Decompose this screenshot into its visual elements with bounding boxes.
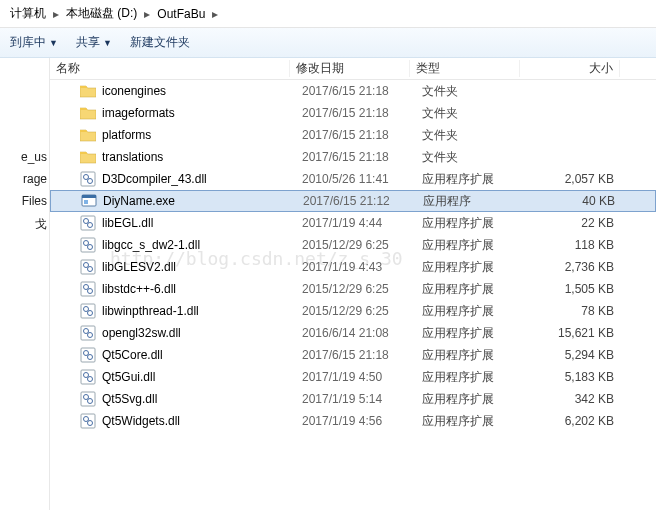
file-size: 5,183 KB [532, 370, 632, 384]
file-name: imageformats [102, 106, 302, 120]
file-type: 应用程序扩展 [422, 369, 532, 386]
file-type: 文件夹 [422, 149, 532, 166]
dll-icon [80, 303, 96, 319]
file-name: libstdc++-6.dll [102, 282, 302, 296]
file-size: 15,621 KB [532, 326, 632, 340]
file-date: 2017/6/15 21:12 [303, 194, 423, 208]
file-name: opengl32sw.dll [102, 326, 302, 340]
file-type: 文件夹 [422, 127, 532, 144]
file-name: iconengines [102, 84, 302, 98]
file-row[interactable]: libEGL.dll2017/1/19 4:44应用程序扩展22 KB [50, 212, 656, 234]
file-row[interactable]: libgcc_s_dw2-1.dll2015/12/29 6:25应用程序扩展1… [50, 234, 656, 256]
chevron-right-icon[interactable]: ▸ [141, 7, 153, 21]
column-header-name[interactable]: 名称 [50, 60, 290, 77]
file-type: 应用程序扩展 [422, 325, 532, 342]
file-name: libgcc_s_dw2-1.dll [102, 238, 302, 252]
file-date: 2016/6/14 21:08 [302, 326, 422, 340]
file-row[interactable]: libwinpthread-1.dll2015/12/29 6:25应用程序扩展… [50, 300, 656, 322]
file-row[interactable]: Qt5Gui.dll2017/1/19 4:50应用程序扩展5,183 KB [50, 366, 656, 388]
file-size: 5,294 KB [532, 348, 632, 362]
crumb-computer[interactable]: 计算机 [6, 5, 50, 22]
file-date: 2015/12/29 6:25 [302, 238, 422, 252]
file-type: 应用程序扩展 [422, 259, 532, 276]
file-name: Qt5Svg.dll [102, 392, 302, 406]
file-row[interactable]: opengl32sw.dll2016/6/14 21:08应用程序扩展15,62… [50, 322, 656, 344]
file-name: libEGL.dll [102, 216, 302, 230]
file-name: platforms [102, 128, 302, 142]
file-size: 342 KB [532, 392, 632, 406]
file-row[interactable]: platforms2017/6/15 21:18文件夹 [50, 124, 656, 146]
file-name: DiyName.exe [103, 194, 303, 208]
file-date: 2015/12/29 6:25 [302, 282, 422, 296]
file-row[interactable]: imageformats2017/6/15 21:18文件夹 [50, 102, 656, 124]
folder-icon [80, 83, 96, 99]
file-name: Qt5Core.dll [102, 348, 302, 362]
file-name: D3Dcompiler_43.dll [102, 172, 302, 186]
file-type: 应用程序扩展 [422, 171, 532, 188]
breadcrumb: 计算机 ▸ 本地磁盘 (D:) ▸ OutFaBu ▸ [0, 0, 656, 28]
file-name: Qt5Widgets.dll [102, 414, 302, 428]
file-size: 40 KB [533, 194, 633, 208]
file-size: 78 KB [532, 304, 632, 318]
sidebar: e_us rage Files 戈 [0, 58, 50, 510]
file-row[interactable]: iconengines2017/6/15 21:18文件夹 [50, 80, 656, 102]
file-date: 2015/12/29 6:25 [302, 304, 422, 318]
file-type: 应用程序扩展 [422, 391, 532, 408]
chevron-right-icon[interactable]: ▸ [209, 7, 221, 21]
toolbar-label: 共享 [76, 34, 100, 51]
dll-icon [80, 281, 96, 297]
file-type: 应用程序扩展 [422, 281, 532, 298]
toolbar-label: 到库中 [10, 34, 46, 51]
file-type: 应用程序扩展 [422, 237, 532, 254]
dll-icon [80, 369, 96, 385]
crumb-folder[interactable]: OutFaBu [153, 7, 209, 21]
sidebar-item[interactable]: 戈 [0, 212, 49, 237]
file-date: 2017/1/19 4:50 [302, 370, 422, 384]
dll-icon [80, 325, 96, 341]
file-type: 应用程序 [423, 193, 533, 210]
file-date: 2017/6/15 21:18 [302, 106, 422, 120]
chevron-right-icon[interactable]: ▸ [50, 7, 62, 21]
file-name: libGLESV2.dll [102, 260, 302, 274]
file-name: libwinpthread-1.dll [102, 304, 302, 318]
dll-icon [80, 215, 96, 231]
dll-icon [80, 237, 96, 253]
file-type: 应用程序扩展 [422, 215, 532, 232]
file-row[interactable]: Qt5Widgets.dll2017/1/19 4:56应用程序扩展6,202 … [50, 410, 656, 432]
file-size: 1,505 KB [532, 282, 632, 296]
share-button[interactable]: 共享 ▼ [76, 34, 112, 51]
file-date: 2017/6/15 21:18 [302, 150, 422, 164]
folder-icon [80, 127, 96, 143]
column-header-type[interactable]: 类型 [410, 60, 520, 77]
folder-icon [80, 149, 96, 165]
column-header-date[interactable]: 修改日期 [290, 60, 410, 77]
include-in-library-button[interactable]: 到库中 ▼ [10, 34, 58, 51]
file-row[interactable]: libGLESV2.dll2017/1/19 4:43应用程序扩展2,736 K… [50, 256, 656, 278]
file-name: Qt5Gui.dll [102, 370, 302, 384]
sidebar-item[interactable]: rage [0, 168, 49, 190]
file-row[interactable]: libstdc++-6.dll2015/12/29 6:25应用程序扩展1,50… [50, 278, 656, 300]
dll-icon [80, 413, 96, 429]
crumb-drive[interactable]: 本地磁盘 (D:) [62, 5, 141, 22]
file-row[interactable]: Qt5Core.dll2017/6/15 21:18应用程序扩展5,294 KB [50, 344, 656, 366]
toolbar-label: 新建文件夹 [130, 34, 190, 51]
file-date: 2017/1/19 5:14 [302, 392, 422, 406]
toolbar: 到库中 ▼ 共享 ▼ 新建文件夹 [0, 28, 656, 58]
file-row[interactable]: DiyName.exe2017/6/15 21:12应用程序40 KB [50, 190, 656, 212]
file-date: 2017/6/15 21:18 [302, 128, 422, 142]
file-type: 文件夹 [422, 105, 532, 122]
file-size: 22 KB [532, 216, 632, 230]
file-list: http://blog.csdn.net/z_s_30 名称 修改日期 类型 大… [50, 58, 656, 510]
sidebar-item[interactable]: e_us [0, 146, 49, 168]
new-folder-button[interactable]: 新建文件夹 [130, 34, 190, 51]
file-row[interactable]: D3Dcompiler_43.dll2010/5/26 11:41应用程序扩展2… [50, 168, 656, 190]
file-size: 2,736 KB [532, 260, 632, 274]
dropdown-icon: ▼ [103, 38, 112, 48]
column-header-size[interactable]: 大小 [520, 60, 620, 77]
file-row[interactable]: Qt5Svg.dll2017/1/19 5:14应用程序扩展342 KB [50, 388, 656, 410]
sidebar-item[interactable]: Files [0, 190, 49, 212]
column-header-row: 名称 修改日期 类型 大小 [50, 58, 656, 80]
file-name: translations [102, 150, 302, 164]
file-row[interactable]: translations2017/6/15 21:18文件夹 [50, 146, 656, 168]
file-size: 6,202 KB [532, 414, 632, 428]
